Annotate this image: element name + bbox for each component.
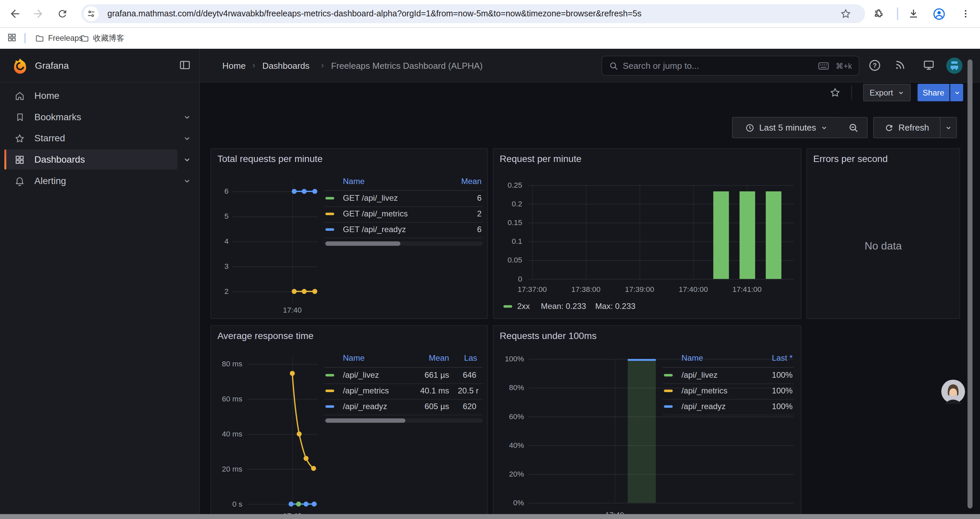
legend-row[interactable]: /api/_livez 100%: [663, 368, 794, 384]
share-label: Share: [923, 88, 944, 97]
series-color-dash: [664, 405, 673, 407]
legend-col-name[interactable]: Name: [343, 353, 364, 363]
downloads-button[interactable]: [904, 5, 922, 22]
chevron-down-icon: [897, 89, 904, 96]
panel-title[interactable]: Total requests per minute: [218, 153, 323, 164]
profile-button[interactable]: [930, 5, 947, 22]
browser-menu-button[interactable]: [957, 5, 974, 22]
svg-text:?: ?: [873, 62, 877, 69]
legend-col-mean[interactable]: Mean: [461, 176, 482, 186]
livez-point: [296, 501, 301, 507]
x-tick-label: 17:40: [277, 305, 308, 315]
forward-button[interactable]: [29, 5, 47, 22]
bar[interactable]: [740, 192, 755, 279]
time-range-picker[interactable]: Last 5 minutes: [732, 117, 841, 138]
no-data-message: No data: [807, 240, 959, 252]
legend-col-last[interactable]: Last *: [772, 353, 792, 363]
y-tick-label: 80%: [493, 383, 524, 393]
user-avatar[interactable]: [946, 57, 963, 74]
series-color-dash: [664, 390, 673, 392]
legend-row[interactable]: GET /api/_readyz 6: [324, 222, 483, 238]
panel-left-icon: [179, 59, 191, 71]
legend-col-mean[interactable]: Mean: [421, 353, 449, 363]
chevron-down-icon[interactable]: [183, 177, 191, 185]
bar[interactable]: [713, 192, 729, 279]
extensions-button[interactable]: [870, 5, 887, 22]
mega-menu-toggle[interactable]: [179, 59, 191, 71]
home-icon: [14, 91, 25, 102]
refresh-interval-button[interactable]: [940, 117, 957, 138]
legend-col-name[interactable]: Name: [681, 353, 703, 363]
export-button[interactable]: Export: [863, 84, 911, 101]
search-input[interactable]: Search or jump to... ⌘+k: [601, 56, 859, 76]
bell-icon: [14, 176, 25, 186]
panel-title[interactable]: Errors per second: [813, 153, 888, 164]
grafana-logo[interactable]: [12, 57, 29, 74]
floating-assistant-avatar[interactable]: [941, 379, 966, 404]
vertical-scrollbar[interactable]: [968, 59, 973, 508]
series-mean: 605 µs: [414, 401, 449, 411]
sidebar-item-dashboards[interactable]: Dashboards: [0, 150, 200, 170]
clock-icon: [746, 123, 755, 132]
legend-row[interactable]: /api/_readyz 100%: [663, 399, 794, 415]
sidebar-item-label: Home: [34, 90, 59, 101]
sidebar-item-home[interactable]: Home: [0, 86, 200, 106]
x-tick-label: 17:38:00: [567, 284, 605, 295]
chevron-down-icon[interactable]: [183, 156, 191, 164]
legend-series-name[interactable]: 2xx: [517, 302, 530, 311]
zoom-out-time-button[interactable]: [840, 117, 868, 138]
panel-title[interactable]: Requests under 100ms: [500, 330, 597, 341]
series-name: /api/_metrics: [681, 386, 727, 395]
toolbar-divider: [851, 86, 852, 99]
legend-row[interactable]: GET /api/_livez 6: [324, 191, 483, 207]
bar[interactable]: [766, 192, 781, 279]
sidebar-item-starred[interactable]: Starred: [0, 128, 200, 148]
kiosk-mode-button[interactable]: [923, 59, 935, 71]
legend-col-last[interactable]: Las: [464, 353, 477, 363]
share-menu-button[interactable]: [950, 84, 963, 101]
reload-button[interactable]: [54, 5, 71, 22]
search-shortcut: ⌘+k: [835, 61, 852, 71]
legend-row[interactable]: /api/_metrics 40.1 ms 20.5 r: [324, 383, 483, 400]
legend-scrollbar[interactable]: [324, 418, 483, 423]
sidebar-item-alerting[interactable]: Alerting: [0, 171, 200, 191]
legend-row[interactable]: /api/_livez 661 µs 646: [324, 368, 483, 384]
favorite-dashboard-button[interactable]: [830, 87, 841, 98]
share-button[interactable]: Share: [918, 84, 949, 101]
horizontal-scrollbar[interactable]: [0, 514, 980, 519]
apps-grid-button[interactable]: [4, 29, 20, 46]
legend-col-name[interactable]: Name: [343, 176, 364, 186]
series-last: 100%: [772, 386, 792, 395]
site-settings-chip[interactable]: [84, 6, 99, 21]
address-bar[interactable]: grafana.mathmast.com/d/deytv4rwavabkb/fr…: [81, 4, 865, 23]
help-button[interactable]: ?: [868, 59, 881, 72]
y-tick-label: 3: [211, 262, 229, 271]
y-tick-label: 2: [211, 287, 229, 297]
download-icon: [907, 8, 919, 20]
y-tick-label: 0.1: [493, 236, 522, 246]
chevron-down-icon[interactable]: [183, 113, 191, 121]
back-button[interactable]: [6, 5, 24, 22]
series-color-dash: [664, 374, 673, 376]
bar[interactable]: [628, 361, 656, 503]
refresh-button[interactable]: Refresh: [873, 117, 941, 138]
chevron-down-icon: [945, 124, 952, 131]
series-name: /api/_livez: [343, 370, 379, 380]
legend-mean: Mean: 0.233: [541, 302, 586, 311]
legend-row[interactable]: GET /api/_metrics 2: [324, 206, 483, 223]
bookmark-folder-blogs[interactable]: 收藏博客: [76, 31, 128, 46]
sidebar-item-bookmarks[interactable]: Bookmarks: [0, 107, 200, 127]
export-label: Export: [870, 88, 893, 97]
legend-row[interactable]: /api/_metrics 100%: [663, 383, 794, 400]
legend-row[interactable]: /api/_readyz 605 µs 620: [324, 399, 483, 415]
breadcrumb-dashboards[interactable]: Dashboards: [262, 61, 309, 71]
bookmark-icon: [15, 112, 25, 123]
breadcrumb-home[interactable]: Home: [223, 61, 246, 71]
chevron-down-icon: [953, 89, 960, 96]
series-color-dash: [326, 197, 334, 200]
news-button[interactable]: [894, 59, 906, 71]
chevron-down-icon[interactable]: [183, 134, 191, 143]
bookmark-star-button[interactable]: [840, 8, 851, 19]
panel-title[interactable]: Request per minute: [500, 153, 581, 164]
legend-scrollbar[interactable]: [324, 241, 483, 246]
